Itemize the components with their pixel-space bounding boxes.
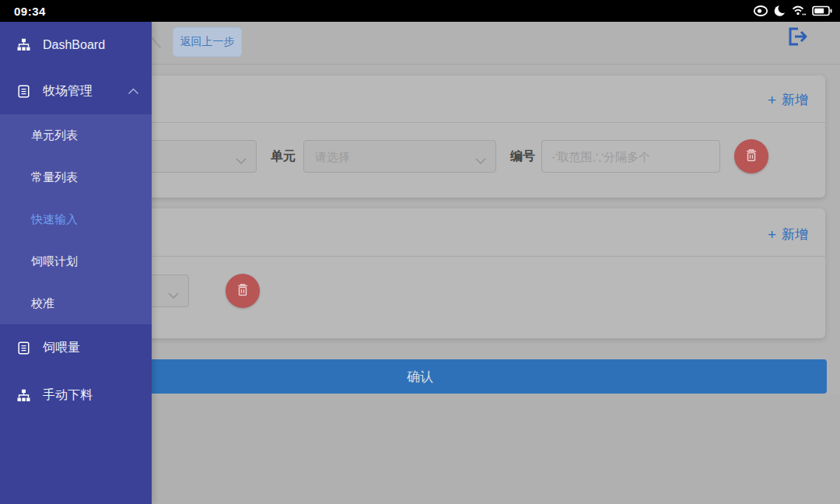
status-bar: 09:34 [0, 0, 840, 22]
list-icon [17, 85, 30, 98]
add-formula-row-button[interactable]: + 新增 [768, 226, 808, 243]
sidebar-item-label: DashBoard [43, 38, 152, 52]
sidebar-item-manual-feeding[interactable]: 手动下料 [0, 372, 152, 419]
sidebar-item-quick-input[interactable]: 快速输入 [0, 198, 152, 240]
code-field[interactable] [541, 140, 720, 173]
code-label: 编号 [510, 149, 535, 165]
sidebar-item-feeding-plan[interactable]: 饲喂计划 [0, 240, 152, 282]
submenu-item-label: 校准 [31, 296, 54, 311]
submenu-item-label: 快速输入 [31, 212, 78, 227]
confirm-button-label: 确认 [407, 368, 433, 386]
sitemap-icon [17, 38, 30, 51]
sitemap-icon [17, 389, 30, 402]
eye-icon [753, 5, 768, 17]
sidebar-item-calibration[interactable]: 校准 [0, 282, 152, 324]
unit-select-input[interactable] [304, 141, 495, 172]
add-formula-row-label: 新增 [782, 226, 808, 243]
pasture-submenu: 单元列表 常量列表 快速输入 饲喂计划 校准 [0, 114, 152, 324]
trash-icon [744, 148, 758, 165]
code-input[interactable] [542, 141, 719, 172]
sidebar-item-pasture-management[interactable]: 牧场管理 [0, 68, 152, 114]
plus-icon: + [768, 93, 776, 107]
chevron-up-fragment-icon [150, 35, 163, 52]
sidebar: DashBoard 牧场管理 单元列表 常量列表 快速输入 饲喂计划 [0, 22, 152, 504]
clock: 09:34 [14, 5, 46, 18]
status-icons [753, 5, 832, 17]
logout-icon[interactable] [785, 24, 810, 49]
app-screen: 09:34 返回上一步 + 新增 [0, 0, 840, 504]
sidebar-item-unit-list[interactable]: 单元列表 [0, 114, 152, 156]
sidebar-item-label: 手动下料 [43, 387, 152, 404]
plus-icon: + [768, 227, 776, 242]
trash-icon [236, 282, 250, 299]
sidebar-item-dashboard[interactable]: DashBoard [0, 22, 152, 68]
sidebar-item-constant-list[interactable]: 常量列表 [0, 156, 152, 198]
back-button[interactable]: 返回上一步 [173, 27, 242, 57]
submenu-item-label: 单元列表 [31, 128, 78, 143]
battery-icon [812, 5, 832, 16]
add-unit-row-button[interactable]: + 新增 [768, 91, 808, 109]
sidebar-item-feeding-amount[interactable]: 饲喂量 [0, 324, 152, 372]
list-icon [17, 341, 30, 355]
wifi-icon [792, 5, 807, 17]
back-button-label: 返回上一步 [180, 35, 235, 49]
submenu-item-label: 常量列表 [31, 170, 78, 185]
moon-icon [774, 5, 786, 17]
chevron-down-icon [475, 153, 486, 167]
unit-label: 单元 [271, 149, 296, 165]
submenu-item-label: 饲喂计划 [31, 254, 78, 269]
chevron-down-icon [168, 288, 179, 302]
add-unit-row-label: 新增 [782, 91, 808, 109]
unit-form-row: 单元 编号 [47, 139, 768, 173]
chevron-down-icon [236, 153, 247, 167]
chevron-up-icon [128, 84, 139, 98]
delete-row-button[interactable] [734, 139, 768, 173]
sidebar-item-label: 牧场管理 [43, 83, 128, 100]
sidebar-item-label: 饲喂量 [43, 340, 152, 356]
delete-row-button[interactable] [226, 274, 260, 308]
unit-select[interactable] [303, 140, 496, 173]
